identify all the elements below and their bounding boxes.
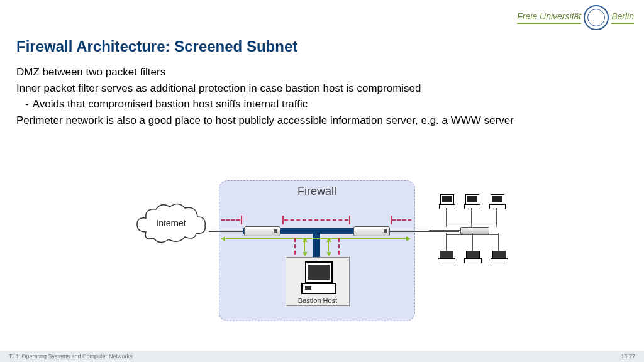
bullet-2a: -Avoids that compromised bastion host sn…: [25, 96, 514, 112]
pc-icon: [464, 194, 479, 208]
diagram: Firewall Internet Bastion Host: [0, 173, 644, 336]
pc-icon: [489, 194, 504, 208]
block-stop: [241, 216, 242, 224]
laptop-icon: [491, 251, 507, 262]
monitor-icon: [305, 261, 333, 283]
bastion-label: Bastion Host: [286, 297, 349, 304]
bullet-3: Perimeter network is also a good place t…: [16, 112, 514, 129]
bastion-host: Bastion Host: [286, 257, 350, 306]
internal-network: [429, 193, 517, 268]
bullet-2: Inner packet filter serves as additional…: [16, 80, 514, 97]
line-internet: [209, 231, 243, 232]
bastion-arrow-right: [328, 238, 329, 256]
outer-packet-filter: [244, 226, 280, 236]
laptop-icon: [438, 251, 454, 262]
block-vert: [294, 238, 296, 255]
block-stop: [391, 216, 392, 224]
bastion-arrow-left: [304, 238, 305, 256]
footer-left: TI 3: Operating Systems and Computer Net…: [9, 353, 133, 359]
slide-body: DMZ between two packet filters Inner pac…: [16, 64, 514, 128]
block-vert: [338, 238, 340, 255]
slide-title: Firewall Architecture: Screened Subnet: [16, 38, 297, 55]
laptop-icon: [464, 251, 480, 262]
logo-text-right: Berlin: [611, 11, 634, 24]
block-line: [392, 219, 411, 221]
university-logo: Freie Universität Berlin: [517, 5, 634, 30]
seal-icon: [584, 5, 609, 30]
footer: TI 3: Operating Systems and Computer Net…: [0, 351, 644, 362]
bullet-1: DMZ between two packet filters: [16, 64, 514, 80]
firewall-label: Firewall: [219, 185, 414, 198]
footer-right: 13.27: [621, 353, 635, 359]
internet-cloud: Internet: [133, 200, 209, 246]
hub-icon: [460, 227, 489, 234]
logo-text-left: Freie Universität: [517, 11, 581, 24]
block-line-mid: [284, 219, 348, 221]
pc-icon: [439, 194, 454, 208]
internet-label: Internet: [133, 200, 209, 246]
inner-packet-filter: [353, 226, 390, 236]
block-stop: [349, 216, 350, 224]
computer-base-icon: [301, 283, 336, 294]
block-stop: [282, 216, 284, 224]
block-line: [221, 219, 240, 221]
firewall-drop: [313, 232, 320, 257]
traffic-arrow: [221, 238, 410, 239]
